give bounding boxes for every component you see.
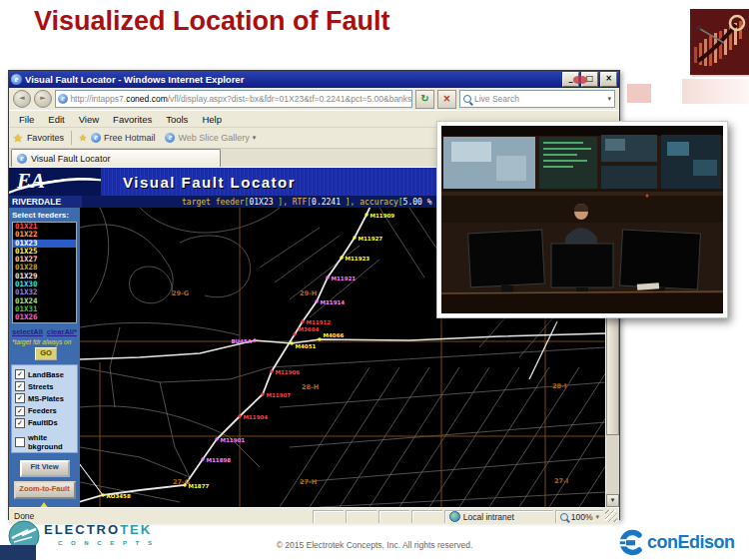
security-zone: Local intranet — [444, 510, 553, 523]
intranet-globe-icon — [449, 511, 460, 522]
zoom-to-fault-button[interactable]: Zoom-to-Fault — [14, 481, 76, 499]
map-node-label-M11927: M11927 — [359, 236, 383, 242]
clear-all-link[interactable]: clearAll* — [47, 327, 77, 336]
map-node-dot-M11906[interactable] — [270, 369, 273, 372]
map-node-label-AO3458: AO3458 — [107, 493, 131, 499]
control-room-scene — [441, 126, 723, 313]
map-node-dot-M11904[interactable] — [238, 414, 241, 417]
refresh-button[interactable]: ↻ — [415, 90, 434, 109]
header-decoration — [573, 76, 587, 84]
tab-label: Visual Fault Locator — [31, 154, 110, 164]
favorites-link-2[interactable]: eWeb Slice Gallery▾ — [165, 133, 256, 143]
map-node-dot-M11912[interactable] — [301, 319, 304, 322]
map-node-dot-BU45A[interactable] — [253, 338, 256, 341]
map-node-dot-M11923[interactable] — [340, 256, 343, 259]
map-node-dot-M11907[interactable] — [261, 392, 264, 395]
map-node-label-M11907: M11907 — [267, 392, 292, 398]
menu-help[interactable]: Help — [195, 114, 229, 125]
back-button[interactable]: ◄ — [13, 90, 31, 108]
conedison-wordmark: conEdison — [647, 532, 735, 553]
fit-view-button[interactable]: Fit View — [20, 460, 70, 477]
search-placeholder: Live Search — [474, 94, 519, 104]
favorites-link-1[interactable]: eFree Hotmail — [91, 133, 156, 143]
map-node-dot-M3604[interactable] — [293, 332, 296, 335]
layer-row-feeders[interactable]: ✓Feeders — [15, 405, 77, 417]
favorites-star-icon[interactable]: ★ — [13, 132, 23, 145]
checkbox-icon[interactable]: ✓ — [15, 418, 25, 428]
favorites-label[interactable]: Favorites — [27, 133, 64, 143]
map-node-dot-M11927[interactable] — [353, 236, 356, 239]
map-node-dot-M11914[interactable] — [315, 299, 318, 302]
checkbox-icon[interactable] — [15, 437, 25, 447]
go-button[interactable]: GO — [35, 347, 57, 360]
zoom-control[interactable]: 100% ▾ — [555, 510, 603, 523]
electrotek-guitar-logo — [690, 9, 749, 75]
layer-row-ms-plates[interactable]: ✓MS-Plates — [15, 392, 77, 404]
status-cell — [411, 510, 442, 523]
feeder-links: selectAllclearAll* — [12, 327, 80, 336]
map-node-dot-M4051[interactable] — [290, 341, 293, 344]
menu-view[interactable]: View — [72, 114, 106, 125]
tab-visual-fault-locator[interactable]: e Visual Fault Locator — [11, 149, 221, 167]
menu-edit[interactable]: Edit — [41, 114, 71, 125]
map-node-dot-M11898[interactable] — [201, 457, 204, 460]
checkbox-icon[interactable]: ✓ — [15, 369, 25, 379]
layer-row-streets[interactable]: ✓Streets — [15, 380, 77, 392]
scroll-down-icon[interactable]: ▼ — [606, 494, 619, 507]
status-cell — [378, 510, 409, 523]
checkbox-icon[interactable]: ✓ — [15, 393, 25, 403]
map-node-dot-M11901[interactable] — [215, 437, 218, 440]
url-domain: coned.com — [126, 94, 168, 104]
map-plate-27-H: 27-H — [300, 478, 317, 486]
url-input[interactable]: e http://intapps7.coned.com/vfl/display.… — [55, 90, 412, 108]
map-node-dot-M11921[interactable] — [326, 276, 329, 279]
menu-file[interactable]: File — [12, 114, 41, 125]
layer-label: LandBase — [28, 370, 64, 379]
layer-row-landbase[interactable]: ✓LandBase — [15, 368, 77, 380]
search-options-caret-icon[interactable]: ▾ — [607, 95, 611, 103]
window-titlebar[interactable]: e Visual Fault Locator - Windows Interne… — [9, 71, 619, 88]
checkbox-icon[interactable]: ✓ — [15, 381, 25, 391]
map-node-label-M11906: M11906 — [276, 369, 301, 375]
ie-favicon: e — [91, 133, 101, 143]
map-plate-27-I: 27-I — [554, 477, 568, 485]
ie-icon: e — [11, 74, 22, 85]
map-node-dot-AO3458[interactable] — [101, 493, 104, 496]
tab-favicon: e — [17, 154, 27, 164]
pan-up-arrow[interactable] — [37, 502, 51, 507]
map-node-dot-M1877[interactable] — [183, 483, 186, 486]
feeder-listbox[interactable]: 01X2101X2201X2301X2501X2701X2801X2901X30… — [12, 222, 77, 323]
map-plate-29-G: 29-G — [172, 289, 189, 297]
close-button[interactable]: × — [600, 72, 617, 87]
layer-row-white-bkground[interactable]: white bkground — [15, 436, 77, 448]
favorites-link-label: Web Slice Gallery — [178, 133, 249, 143]
add-favorite-icon[interactable]: ★ — [79, 133, 87, 143]
checkbox-icon[interactable]: ✓ — [15, 406, 25, 416]
target-feeder-note: *target fdr always on — [12, 338, 80, 345]
layer-label: Streets — [28, 382, 53, 391]
map-node-dot-M11909[interactable] — [365, 213, 368, 216]
window-title: Visual Fault Locator - Windows Internet … — [25, 74, 560, 85]
search-input[interactable]: Live Search ▾ — [459, 90, 615, 108]
electrotek-wordmark: ELECTROTEK — [44, 522, 152, 537]
select-all-link[interactable]: selectAll — [12, 327, 43, 336]
map-node-label-M11921: M11921 — [332, 276, 357, 281]
zoom-caret-icon[interactable]: ▾ — [595, 513, 599, 521]
ea-logo: EA — [9, 168, 101, 196]
chevron-down-icon: ▾ — [253, 134, 257, 142]
menu-tools[interactable]: Tools — [159, 114, 195, 125]
layer-label: Feeders — [28, 406, 57, 415]
map-node-label-M11923: M11923 — [346, 256, 371, 262]
separator — [71, 131, 72, 145]
stop-button[interactable]: × — [437, 90, 456, 109]
layer-row-faultids[interactable]: ✓FaultIDs — [15, 417, 77, 429]
resize-grip[interactable] — [605, 510, 617, 522]
map-node-label-BU45A: BU45A — [231, 338, 252, 344]
menu-favorites[interactable]: Favorites — [106, 114, 159, 125]
map-plate-28-H: 28-H — [302, 383, 319, 391]
map-node-dot-M4066[interactable] — [318, 337, 321, 340]
conedison-logo: conEdison — [617, 529, 735, 556]
forward-button[interactable]: ► — [34, 90, 52, 108]
map-node-label-M11901: M11901 — [221, 437, 246, 443]
feeder-option-01X26[interactable]: 01X26 — [13, 313, 76, 321]
